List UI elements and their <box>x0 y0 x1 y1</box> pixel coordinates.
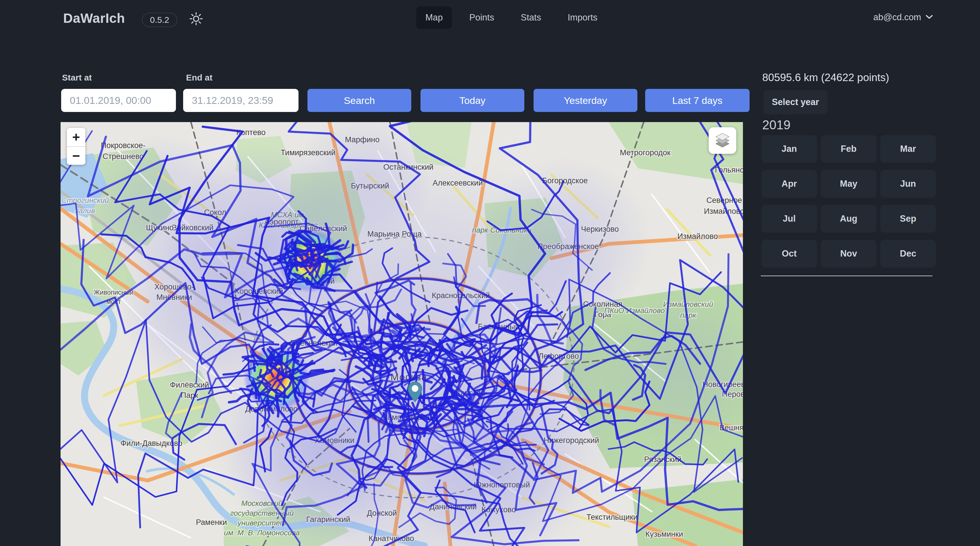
month-button-oct[interactable]: Oct <box>761 240 817 268</box>
start-date-input[interactable] <box>61 89 176 112</box>
yesterday-button[interactable]: Yesterday <box>533 89 637 112</box>
last-7-days-button[interactable]: Last 7 days <box>645 89 749 112</box>
month-button-aug[interactable]: Aug <box>821 205 877 233</box>
svg-text:Метрогородок: Метрогородок <box>620 148 671 157</box>
main-nav: Map Points Stats Imports <box>416 6 607 29</box>
svg-text:Раменки: Раменки <box>196 518 227 527</box>
theme-toggle-button[interactable] <box>187 11 202 26</box>
sidebar-divider <box>761 276 932 276</box>
end-at-label: End at <box>186 73 213 83</box>
tab-map[interactable]: Map <box>416 6 452 29</box>
zoom-out-button[interactable]: − <box>67 146 85 165</box>
layers-icon <box>714 132 731 149</box>
month-button-jan[interactable]: Jan <box>761 135 817 163</box>
month-button-dec[interactable]: Dec <box>880 240 936 268</box>
svg-text:Кузьминки: Кузьминки <box>645 530 683 538</box>
search-button[interactable]: Search <box>307 89 411 112</box>
month-grid: Jan Feb Mar Apr May Jun Jul Aug Sep Oct … <box>761 135 936 268</box>
version-badge: 0.5.2 <box>142 13 177 27</box>
map-canvas: КоптевоМарфиноТимирязевскийОстанкинскийП… <box>60 122 743 546</box>
svg-text:Измайлово: Измайлово <box>678 232 718 241</box>
select-year-button[interactable]: Select year <box>764 90 827 114</box>
start-at-label: Start at <box>62 73 92 83</box>
chevron-down-icon <box>925 14 933 21</box>
month-button-nov[interactable]: Nov <box>821 240 877 268</box>
map[interactable]: КоптевоМарфиноТимирязевскийОстанкинскийП… <box>60 122 743 546</box>
month-button-apr[interactable]: Apr <box>761 170 817 198</box>
month-button-feb[interactable]: Feb <box>821 135 877 163</box>
month-button-sep[interactable]: Sep <box>880 205 936 233</box>
year-heading: 2019 <box>762 118 791 132</box>
user-email: ab@cd.com <box>873 12 921 22</box>
tab-imports[interactable]: Imports <box>558 6 606 29</box>
layers-control-button[interactable] <box>709 127 736 154</box>
month-button-may[interactable]: May <box>821 170 877 198</box>
today-button[interactable]: Today <box>420 89 524 112</box>
month-button-mar[interactable]: Mar <box>880 135 936 163</box>
distance-stats: 80595.6 km (24622 points) <box>762 72 889 84</box>
user-menu[interactable]: ab@cd.com <box>873 12 933 22</box>
sun-icon <box>189 23 204 27</box>
month-button-jun[interactable]: Jun <box>880 170 936 198</box>
tab-points[interactable]: Points <box>460 6 503 29</box>
zoom-in-button[interactable]: + <box>67 128 85 146</box>
end-date-input[interactable] <box>183 89 299 112</box>
map-zoom-control: + − <box>67 128 85 165</box>
app-logo: DaWarIch <box>63 10 125 26</box>
tab-stats[interactable]: Stats <box>511 6 550 29</box>
month-button-jul[interactable]: Jul <box>761 205 817 233</box>
